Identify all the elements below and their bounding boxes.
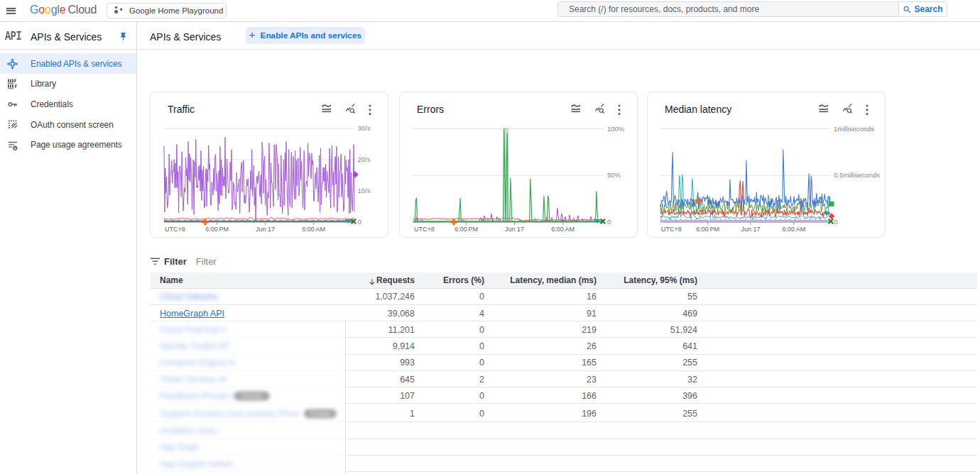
svg-text:10/s: 10/s	[358, 187, 371, 194]
svg-text:30/s: 30/s	[358, 124, 371, 132]
svg-text:6:00 PM: 6:00 PM	[454, 226, 478, 233]
svg-text:Jun 17: Jun 17	[256, 226, 275, 233]
svg-text:6:00 PM: 6:00 PM	[205, 226, 229, 233]
svg-text:Jun 17: Jun 17	[505, 226, 524, 233]
svg-text:0: 0	[834, 218, 837, 226]
svg-text:20/s: 20/s	[358, 155, 371, 163]
svg-text:UTC+8: UTC+8	[661, 226, 682, 233]
svg-text:UTC+8: UTC+8	[414, 226, 435, 233]
svg-text:0.5milliseconds: 0.5milliseconds	[834, 171, 880, 179]
svg-text:Jun 17: Jun 17	[741, 226, 760, 233]
svg-text:100%: 100%	[607, 124, 625, 132]
svg-text:1milliseconds: 1milliseconds	[834, 124, 874, 132]
svg-text:0: 0	[607, 218, 611, 226]
svg-text:0: 0	[358, 218, 361, 226]
svg-text:6:00 PM: 6:00 PM	[696, 226, 719, 233]
svg-text:6:00 AM: 6:00 AM	[782, 226, 805, 233]
svg-text:6:00 AM: 6:00 AM	[551, 226, 575, 233]
svg-text:UTC+8: UTC+8	[165, 226, 185, 233]
svg-text:6:00 AM: 6:00 AM	[302, 226, 325, 233]
svg-text:50%: 50%	[607, 171, 621, 179]
